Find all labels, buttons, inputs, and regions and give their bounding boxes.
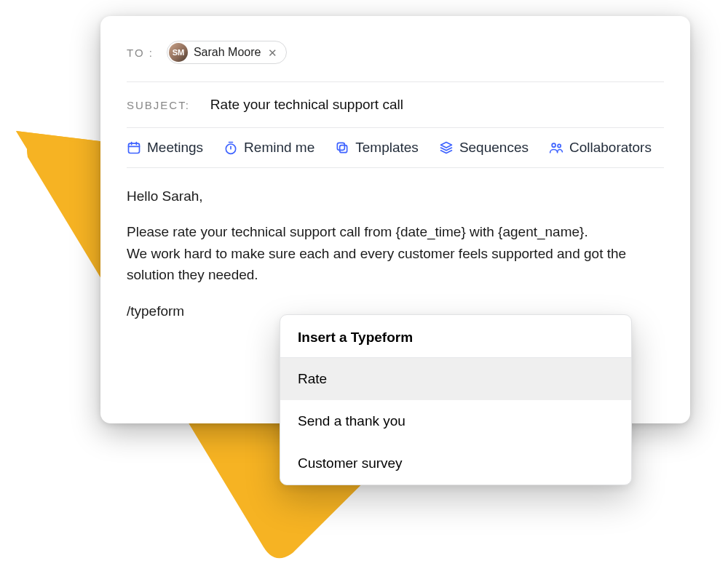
body-greeting: Hello Sarah, [127, 186, 664, 207]
close-icon[interactable]: ✕ [266, 47, 279, 58]
calendar-icon [127, 140, 141, 155]
copy-icon [335, 140, 349, 155]
email-body[interactable]: Hello Sarah, Please rate your technical … [127, 168, 664, 322]
body-paragraph: Please rate your technical support call … [127, 221, 664, 285]
body-line2: We work hard to make sure each and every… [127, 246, 626, 282]
recipient-name: Sarah Moore [194, 46, 261, 59]
svg-rect-0 [129, 143, 140, 153]
typeform-popup: Insert a Typeform Rate Send a thank you … [280, 314, 632, 485]
stopwatch-icon [223, 140, 238, 155]
svg-rect-8 [338, 143, 345, 150]
toolbar: Meetings Remind me Templates Sequences C… [127, 128, 664, 168]
to-label: TO : [127, 47, 154, 59]
subject-input[interactable]: Rate your technical support call [210, 97, 403, 113]
svg-point-9 [552, 143, 555, 147]
meetings-button[interactable]: Meetings [127, 140, 203, 156]
sequences-label: Sequences [459, 140, 529, 156]
remind-label: Remind me [244, 140, 314, 156]
subject-label: SUBJECT: [127, 99, 190, 111]
popup-item-thankyou[interactable]: Send a thank you [280, 400, 631, 442]
collaborators-label: Collaborators [569, 140, 652, 156]
svg-rect-7 [340, 146, 347, 153]
people-icon [549, 140, 563, 155]
templates-button[interactable]: Templates [335, 140, 419, 156]
popup-item-rate[interactable]: Rate [280, 358, 631, 400]
meetings-label: Meetings [147, 140, 203, 156]
to-row: TO : SM Sarah Moore ✕ [127, 41, 664, 82]
stack-icon [439, 140, 454, 155]
templates-label: Templates [355, 140, 419, 156]
popup-item-survey[interactable]: Customer survey [280, 442, 631, 485]
svg-point-10 [558, 144, 561, 147]
avatar: SM [169, 43, 188, 62]
recipient-chip[interactable]: SM Sarah Moore ✕ [167, 41, 288, 64]
collaborators-button[interactable]: Collaborators [549, 140, 652, 156]
body-line1: Please rate your technical support call … [127, 224, 588, 239]
remind-button[interactable]: Remind me [223, 140, 314, 156]
popup-title: Insert a Typeform [280, 315, 631, 358]
subject-row: SUBJECT: Rate your technical support cal… [127, 82, 664, 128]
sequences-button[interactable]: Sequences [439, 140, 529, 156]
